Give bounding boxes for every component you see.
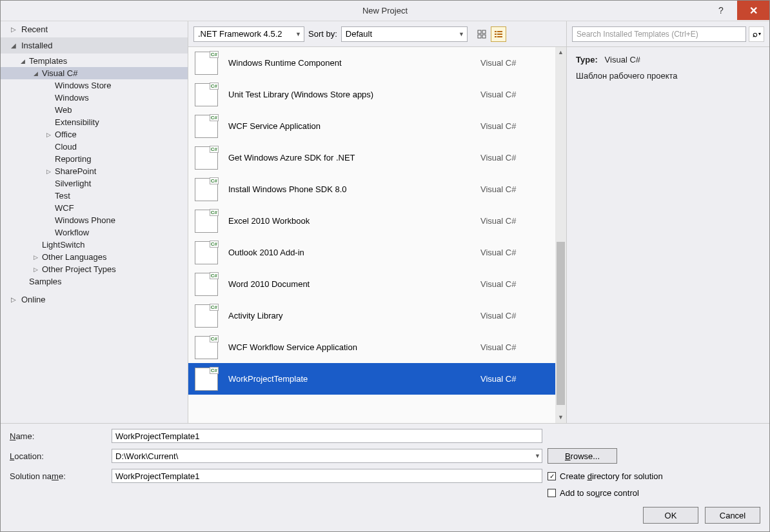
list-icon — [494, 30, 503, 39]
type-value: Visual C# — [605, 55, 640, 64]
tree-item[interactable]: ◢Visual C# — [1, 67, 188, 79]
ok-button[interactable]: OK — [643, 507, 698, 524]
tree-item-label: Web — [55, 105, 72, 115]
tree-item[interactable]: Windows Phone — [1, 214, 188, 226]
tree-item[interactable]: Cloud — [1, 141, 188, 153]
template-language: Visual C# — [480, 342, 545, 352]
template-language: Visual C# — [480, 184, 545, 194]
view-small-icons-button[interactable] — [474, 26, 489, 42]
chevron-right-icon: ▷ — [32, 266, 39, 273]
new-project-dialog: New Project ? ✕ ▷ Recent ◢ Installed ◢Te… — [0, 0, 770, 532]
chevron-right-icon: ▷ — [44, 168, 52, 175]
sidebar-section-recent[interactable]: ▷ Recent — [1, 21, 188, 37]
tree-item[interactable]: ▷SharePoint — [1, 165, 188, 177]
svg-rect-4 — [495, 31, 497, 32]
template-tree: ◢Templates◢Visual C# Windows Store Windo… — [1, 54, 188, 291]
location-label: Location: — [10, 451, 106, 461]
template-language: Visual C# — [480, 153, 545, 163]
tree-item[interactable]: ◢Templates — [1, 55, 188, 67]
spacer — [44, 205, 52, 212]
scroll-down-icon[interactable]: ▼ — [555, 412, 566, 423]
tree-item[interactable]: ▷Other Project Types — [1, 263, 188, 275]
window-title: New Project — [1, 6, 769, 15]
template-row[interactable]: Get Windows Azure SDK for .NETVisual C# — [188, 142, 555, 173]
search-button[interactable]: ⌕ ▾ — [749, 26, 764, 42]
type-label: Type: — [576, 55, 598, 64]
sidebar: ▷ Recent ◢ Installed ◢Templates◢Visual C… — [1, 21, 188, 423]
template-language: Visual C# — [480, 279, 545, 289]
tree-item[interactable]: Extensibility — [1, 116, 188, 128]
tree-item[interactable]: Web — [1, 104, 188, 116]
search-input[interactable]: Search Installed Templates (Ctrl+E) — [572, 26, 746, 42]
scrollbar[interactable]: ▲ ▼ — [555, 47, 566, 423]
svg-rect-8 — [495, 36, 497, 37]
template-row[interactable]: WCF Service ApplicationVisual C# — [188, 110, 555, 142]
template-name: Excel 2010 Workbook — [228, 216, 480, 226]
template-row[interactable]: WorkProjectTemplateVisual C# — [188, 363, 555, 395]
template-icon — [195, 304, 218, 328]
template-row[interactable]: Outlook 2010 Add-inVisual C# — [188, 237, 555, 268]
solution-name-input[interactable]: WorkProjectTemplate1 — [112, 469, 542, 483]
name-input[interactable]: WorkProjectTemplate1 — [112, 429, 542, 443]
framework-combo[interactable]: .NET Framework 4.5.2 ▼ — [193, 26, 304, 42]
tree-item[interactable]: ▷Office — [1, 128, 188, 141]
scroll-thumb[interactable] — [557, 242, 565, 405]
checkbox-checked-icon: ✓ — [548, 472, 556, 480]
tree-item-label: SharePoint — [55, 166, 96, 176]
spacer — [44, 230, 52, 236]
tree-item[interactable]: LightSwitch — [1, 239, 188, 251]
tree-item[interactable]: Windows Store — [1, 79, 188, 92]
svg-rect-0 — [478, 30, 481, 34]
template-row[interactable]: Install Windows Phone SDK 8.0Visual C# — [188, 173, 555, 205]
close-button[interactable]: ✕ — [737, 1, 769, 20]
cancel-button[interactable]: Cancel — [705, 507, 760, 524]
sortby-combo[interactable]: Default ▼ — [341, 26, 468, 42]
template-row[interactable]: Activity LibraryVisual C# — [188, 300, 555, 331]
template-language: Visual C# — [480, 374, 545, 384]
svg-rect-5 — [497, 31, 502, 32]
svg-rect-9 — [497, 36, 502, 37]
scroll-up-icon[interactable]: ▲ — [555, 47, 566, 58]
sidebar-section-installed[interactable]: ◢ Installed — [1, 37, 188, 54]
sidebar-section-online[interactable]: ▷ Online — [1, 291, 188, 308]
template-icon — [195, 273, 218, 296]
center-toolbar: .NET Framework 4.5.2 ▼ Sort by: Default … — [188, 21, 566, 47]
template-icon — [195, 368, 218, 391]
spacer — [44, 83, 52, 89]
svg-rect-6 — [495, 34, 497, 35]
tree-item[interactable]: WCF — [1, 202, 188, 214]
create-directory-checkbox[interactable]: ✓ Create directory for solution — [548, 471, 760, 481]
template-language: Visual C# — [480, 311, 545, 320]
view-list-button[interactable] — [491, 26, 506, 42]
tree-item[interactable]: Windows — [1, 92, 188, 104]
tree-item-label: Silverlight — [55, 179, 91, 188]
template-row[interactable]: Excel 2010 WorkbookVisual C# — [188, 205, 555, 237]
chevron-down-icon: ▼ — [535, 453, 540, 459]
template-row[interactable]: WCF Workflow Service ApplicationVisual C… — [188, 331, 555, 363]
spacer — [44, 144, 52, 150]
template-icon — [195, 336, 218, 359]
tree-item[interactable]: Samples — [1, 275, 188, 288]
template-row[interactable]: Word 2010 DocumentVisual C# — [188, 268, 555, 300]
tree-item-label: Extensibility — [55, 117, 99, 127]
tree-item[interactable]: Reporting — [1, 153, 188, 165]
spacer — [44, 107, 52, 113]
template-row[interactable]: Windows Runtime ComponentVisual C# — [188, 47, 555, 79]
tree-item[interactable]: Workflow — [1, 226, 188, 239]
scroll-track[interactable] — [555, 58, 566, 412]
help-button[interactable]: ? — [705, 1, 737, 20]
tree-item[interactable]: Silverlight — [1, 177, 188, 190]
tree-item-label: Workflow — [55, 228, 89, 237]
tree-item-label: WCF — [55, 203, 74, 213]
tree-item[interactable]: ▷Other Languages — [1, 251, 188, 263]
template-name: WorkProjectTemplate — [228, 374, 480, 384]
spacer — [44, 193, 52, 199]
template-row[interactable]: Unit Test Library (Windows Store apps)Vi… — [188, 79, 555, 110]
tree-item-label: Windows — [55, 93, 89, 103]
template-language: Visual C# — [480, 90, 545, 99]
tree-item[interactable]: Test — [1, 190, 188, 202]
template-list[interactable]: Windows Runtime ComponentVisual C#Unit T… — [188, 47, 566, 423]
add-source-control-checkbox[interactable]: Add to source control — [548, 488, 760, 498]
browse-button[interactable]: Browse... — [548, 448, 617, 464]
location-input[interactable]: D:\Work\Current\ ▼ — [112, 449, 542, 463]
